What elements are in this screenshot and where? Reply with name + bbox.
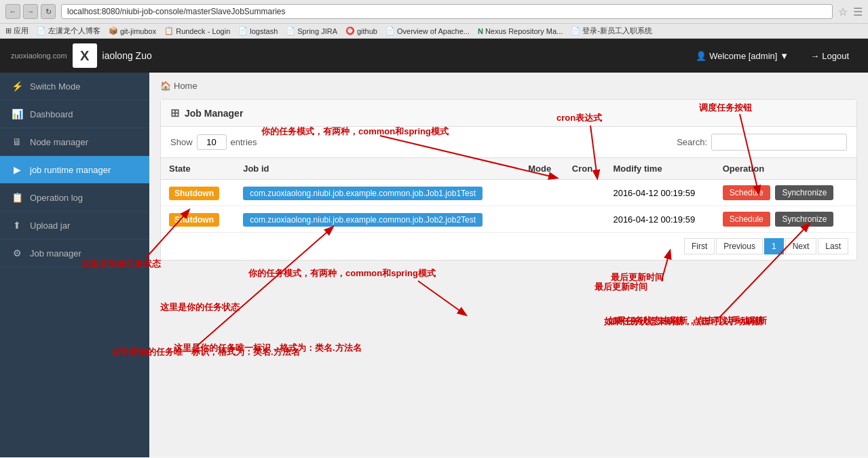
bookmark-label: logstash bbox=[250, 27, 278, 35]
bookmark-star-icon[interactable]: ☆ bbox=[838, 5, 848, 18]
state-cell: Shutdown bbox=[161, 206, 235, 233]
address-bar[interactable]: localhost:8080/niubi-job-console/masterS… bbox=[61, 4, 833, 19]
upload-jar-icon: ⬆ bbox=[11, 220, 23, 231]
bookmark-label: 登录-新员工入职系统 bbox=[582, 26, 652, 36]
switch-mode-icon: ⚡ bbox=[11, 81, 23, 92]
sidebar-item-dashboard[interactable]: 📊 Dashboard bbox=[0, 100, 149, 128]
menu-icon[interactable]: ☰ bbox=[853, 5, 863, 18]
top-nav: zuoxiaolong.com X iaolong Zuo 👤 Welcome … bbox=[0, 39, 868, 73]
table-header-row: State Job id Mode Cron Modify time Opera… bbox=[161, 158, 856, 180]
schedule-button-1[interactable]: Schedule bbox=[723, 185, 770, 200]
sidebar-item-job-manager[interactable]: ⚙ Job manager bbox=[0, 240, 149, 267]
sidebar-item-label: Operation log bbox=[30, 193, 83, 203]
bookmark-jira[interactable]: 📄 Spring JIRA bbox=[286, 26, 337, 35]
logstash-icon: 📄 bbox=[238, 26, 248, 35]
col-cron: Cron bbox=[564, 158, 605, 180]
logo-domain: zuoxiaolong.com bbox=[11, 52, 67, 60]
bookmark-github[interactable]: ⭕ github bbox=[345, 26, 377, 35]
job-manager-panel: ⊞ Job Manager Show entries Search: bbox=[160, 99, 857, 261]
previous-page-button[interactable]: Previous bbox=[716, 238, 763, 254]
entries-input[interactable] bbox=[197, 134, 227, 150]
synchronize-button-2[interactable]: Synchronize bbox=[775, 212, 833, 227]
status-badge: Shutdown bbox=[169, 187, 219, 200]
bookmark-employee[interactable]: 📄 登录-新员工入职系统 bbox=[571, 26, 652, 36]
search-input[interactable] bbox=[711, 134, 847, 151]
annotations-area: 你的任务模式，有两种，common和spring模式 bbox=[160, 261, 857, 410]
current-page-button[interactable]: 1 bbox=[764, 238, 784, 254]
forward-button[interactable]: → bbox=[23, 4, 38, 19]
col-mode: Mode bbox=[520, 158, 564, 180]
panel-title: Job Manager bbox=[185, 108, 243, 119]
mode-cell bbox=[520, 180, 564, 206]
synchronize-button-1[interactable]: Synchronize bbox=[775, 185, 833, 200]
jimubox-icon: 📦 bbox=[109, 26, 118, 35]
pagination: First Previous 1 Next Last bbox=[161, 233, 856, 260]
bookmark-jimubox[interactable]: 📦 git-jimubox bbox=[109, 26, 156, 35]
sidebar-item-node-manager[interactable]: 🖥 Node manager bbox=[0, 128, 149, 156]
bookmark-logstash[interactable]: 📄 logstash bbox=[238, 26, 278, 35]
sidebar-item-label: Upload jar bbox=[30, 221, 70, 231]
bookmark-label: Nexus Repository Ma... bbox=[485, 27, 563, 35]
annotation-sync-btn: 如果任务状态未刷新，点击可以手动刷新 bbox=[608, 315, 767, 327]
sidebar-item-upload-jar[interactable]: ⬆ Upload jar bbox=[0, 212, 149, 240]
bookmark-label: 左潇龙个人博客 bbox=[48, 26, 100, 36]
sidebar-item-label: job runtime manager bbox=[30, 165, 111, 175]
show-label: Show bbox=[170, 137, 193, 147]
jobid-badge: com.zuoxiaolong.niubi.job.example.common… bbox=[243, 187, 483, 200]
col-state: State bbox=[161, 158, 235, 180]
job-manager-icon: ⚙ bbox=[11, 248, 23, 259]
back-button[interactable]: ← bbox=[5, 4, 20, 19]
annotations-svg-2 bbox=[160, 261, 857, 410]
annotation-job-state: 这里是你的任务状态 bbox=[160, 301, 240, 313]
bookmark-label: Spring JIRA bbox=[297, 27, 337, 35]
home-icon: 🏠 bbox=[160, 81, 171, 91]
nav-buttons: ← → ↻ bbox=[5, 4, 56, 19]
node-manager-icon: 🖥 bbox=[11, 136, 23, 147]
logout-button[interactable]: → Logout bbox=[802, 45, 857, 66]
bookmark-label: Overview of Apache... bbox=[397, 27, 470, 35]
table-controls: Show entries Search: bbox=[161, 127, 856, 157]
jira-icon: 📄 bbox=[286, 26, 295, 35]
bookmark-rundeck[interactable]: 📋 Rundeck - Login bbox=[164, 26, 230, 35]
dashboard-icon: 📊 bbox=[11, 109, 23, 119]
apache-icon: 📄 bbox=[385, 26, 395, 35]
operation-cell: Schedule Synchronize bbox=[715, 206, 856, 233]
sidebar-item-job-runtime[interactable]: ▶ job runtime manager bbox=[0, 156, 149, 184]
dropdown-icon: ▼ bbox=[780, 51, 789, 61]
content-area: 🏠 Home ⊞ Job Manager Show bbox=[149, 73, 868, 457]
sidebar-item-label: Dashboard bbox=[30, 109, 73, 119]
user-icon: 👤 bbox=[696, 51, 706, 61]
modify-time-cell: 2016-04-12 00:19:59 bbox=[605, 206, 714, 233]
operation-log-icon: 📋 bbox=[11, 192, 23, 203]
bookmarks-bar: ⊞ 应用 📄 左潇龙个人博客 📦 git-jimubox 📋 Rundeck -… bbox=[0, 24, 868, 39]
bookmark-blog[interactable]: 📄 左潇龙个人博客 bbox=[37, 26, 100, 36]
logo-icon: X bbox=[73, 43, 97, 68]
sidebar-item-switch-mode[interactable]: ⚡ Switch Mode bbox=[0, 73, 149, 100]
app-container: zuoxiaolong.com X iaolong Zuo 👤 Welcome … bbox=[0, 39, 868, 457]
table-row: Shutdown com.zuoxiaolong.niubi.job.examp… bbox=[161, 206, 856, 233]
last-page-button[interactable]: Last bbox=[818, 238, 848, 254]
bookmark-label: github bbox=[357, 27, 377, 35]
logout-label: Logout bbox=[822, 51, 849, 61]
breadcrumb: 🏠 Home bbox=[160, 81, 857, 91]
bookmark-apps[interactable]: ⊞ 应用 bbox=[5, 26, 29, 36]
breadcrumb-home[interactable]: Home bbox=[174, 81, 197, 91]
top-nav-left: zuoxiaolong.com X iaolong Zuo bbox=[11, 43, 152, 68]
bookmark-apache[interactable]: 📄 Overview of Apache... bbox=[385, 26, 470, 35]
next-page-button[interactable]: Next bbox=[785, 238, 817, 254]
employee-icon: 📄 bbox=[571, 26, 580, 35]
first-page-button[interactable]: First bbox=[684, 238, 715, 254]
bookmark-nexus[interactable]: N Nexus Repository Ma... bbox=[478, 27, 563, 35]
github-icon: ⭕ bbox=[345, 26, 355, 35]
jobid-cell: com.zuoxiaolong.niubi.job.example.common… bbox=[235, 180, 520, 206]
welcome-dropdown[interactable]: 👤 Welcome [admin] ▼ bbox=[687, 45, 797, 66]
annotation-job-mode: 你的任务模式，有两种，common和spring模式 bbox=[248, 267, 436, 280]
refresh-button[interactable]: ↻ bbox=[41, 4, 56, 19]
schedule-button-2[interactable]: Schedule bbox=[723, 212, 770, 227]
annotation-job-id: 这里是你的任务唯一标识，格式为：类名.方法名 bbox=[174, 342, 362, 354]
sidebar-item-label: Job manager bbox=[30, 248, 81, 259]
modify-time-cell: 2016-04-12 00:19:59 bbox=[605, 180, 714, 206]
bookmark-label: git-jimubox bbox=[120, 27, 156, 35]
panel-header: ⊞ Job Manager bbox=[161, 100, 856, 127]
sidebar-item-operation-log[interactable]: 📋 Operation log bbox=[0, 184, 149, 212]
